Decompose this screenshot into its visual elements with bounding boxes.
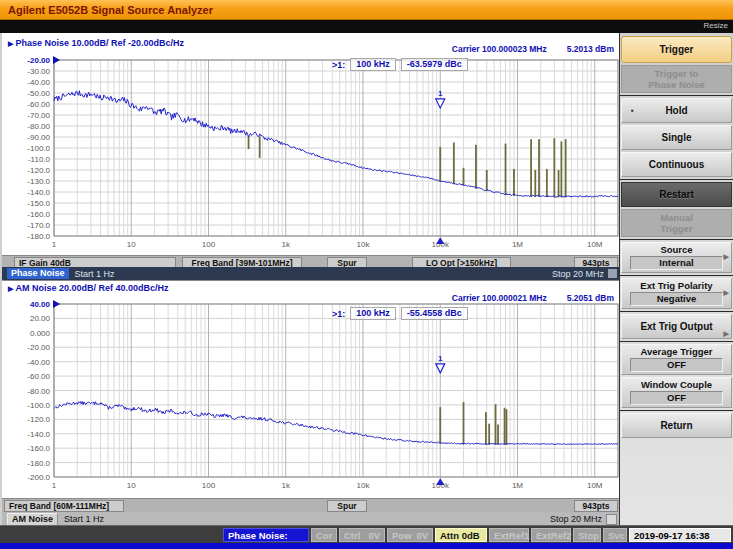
svg-text:-100.0: -100.0 xyxy=(27,144,50,153)
svg-text:10: 10 xyxy=(127,481,136,490)
softkey-label: Ext Trig Polarity xyxy=(622,280,731,291)
phase-noise-scale-label: ▶Phase Noise 10.00dB/ Ref -20.00dBc/Hz xyxy=(8,38,184,48)
svg-text:1M: 1M xyxy=(512,481,523,490)
svg-text:-60.00: -60.00 xyxy=(27,100,50,109)
measurement-mode-badge[interactable]: AM Noise xyxy=(7,513,58,526)
svg-text:-180.0: -180.0 xyxy=(27,232,50,241)
measurement-mode-badge[interactable]: Phase Noise xyxy=(7,268,69,279)
measurement-settings-bar: Freq Band [60M-111MHz]Spur943pts xyxy=(2,498,619,513)
softkey-label: Phase Noise xyxy=(622,79,731,90)
status-item-stop: Stop xyxy=(573,528,601,542)
trace-arrow-icon: ▶ xyxy=(8,285,13,292)
softkey-value-internal: Internal xyxy=(630,256,723,270)
status-item-cor: Cor xyxy=(311,528,337,542)
svg-text:-60.00: -60.00 xyxy=(27,372,50,381)
status-item-value: 0V xyxy=(368,529,380,541)
softkey-label: Hold xyxy=(622,99,731,122)
start-frequency-label: Start 1 Hz xyxy=(75,269,115,279)
marker-readout: >1: 100 kHz -55.4558 dBc xyxy=(332,307,468,320)
softkey-return[interactable]: Return xyxy=(621,413,732,438)
svg-text:-120.0: -120.0 xyxy=(27,415,50,424)
svg-text:1: 1 xyxy=(52,481,57,490)
status-item-svc: Svc xyxy=(603,528,627,542)
softkey-continuous[interactable]: Continuous xyxy=(621,152,732,177)
svg-text:-170.0: -170.0 xyxy=(27,221,50,230)
softkey-value-negative: Negative xyxy=(630,292,723,306)
softkey-ext-trig-output[interactable]: Ext Trig Output▶ xyxy=(621,314,732,339)
svg-text:10k: 10k xyxy=(357,481,371,490)
annotation-freq-band-60m-111mhz: Freq Band [60M-111MHz] xyxy=(4,500,124,512)
status-item-label: Attn 0dB xyxy=(440,529,480,541)
softkey-separator xyxy=(620,275,733,276)
softkey-average-trigger[interactable]: Average TriggerOFF xyxy=(621,344,732,375)
carrier-readout: Carrier 100.000021 MHz5.2051 dBm xyxy=(452,293,614,303)
softkey-trigger-to-phase-noise: Trigger toPhase Noise xyxy=(621,65,732,93)
svg-text:-130.0: -130.0 xyxy=(27,177,50,186)
svg-text:-180.0: -180.0 xyxy=(27,459,50,468)
submenu-arrow-icon: ▶ xyxy=(724,253,729,261)
status-item-attn-0db[interactable]: Attn 0dB xyxy=(435,528,487,542)
status-item-label: Ctrl xyxy=(344,529,360,541)
annotation-spur: Spur xyxy=(327,500,367,512)
status-item-phase-noise-hold[interactable]: Phase Noise: Hold xyxy=(223,528,309,542)
softkey-hold[interactable]: ▪Hold xyxy=(621,98,732,123)
softkey-window-couple[interactable]: Window CoupleOFF xyxy=(621,377,732,408)
softkey-label: Trigger to xyxy=(622,68,731,79)
softkey-source[interactable]: SourceInternal▶ xyxy=(621,242,732,273)
status-item-label: Svc xyxy=(608,529,625,541)
stop-frequency-label: Stop 20 MHz xyxy=(552,269,604,279)
softkey-separator xyxy=(620,410,733,411)
svg-text:10M: 10M xyxy=(587,240,603,249)
softkey-label: Trigger xyxy=(622,37,731,62)
instrument-screen: Agilent E5052B Signal Source Analyzer Re… xyxy=(0,0,733,549)
marker-readout: >1: 100 kHz -63.5979 dBc xyxy=(332,58,468,71)
svg-text:10: 10 xyxy=(127,240,136,249)
softkey-label: Manual xyxy=(622,212,731,223)
softkey-manual-trigger: ManualTrigger xyxy=(621,209,732,237)
status-item-extref2: ExtRef2 xyxy=(531,528,571,542)
status-item-label: ExtRef2 xyxy=(536,529,571,541)
svg-text:-80.00: -80.00 xyxy=(27,122,50,131)
softkey-label: Average Trigger xyxy=(622,346,731,357)
phase-noise-panel: -20.00-30.00-40.00-50.00-60.00-70.00-80.… xyxy=(2,33,619,280)
softkey-separator xyxy=(620,179,733,180)
softkey-label: Source xyxy=(622,244,731,255)
svg-text:100: 100 xyxy=(202,240,216,249)
svg-text:40.00: 40.00 xyxy=(30,300,51,309)
softkey-separator xyxy=(620,341,733,342)
selected-bullet-icon: ▪ xyxy=(631,99,634,122)
trace-arrow-icon: ▶ xyxy=(8,40,13,47)
svg-text:-70.00: -70.00 xyxy=(27,111,50,120)
status-item-extref1: ExtRef1 xyxy=(489,528,529,542)
svg-text:-120.0: -120.0 xyxy=(27,166,50,175)
svg-text:1: 1 xyxy=(438,354,443,363)
svg-text:-50.00: -50.00 xyxy=(27,89,50,98)
carrier-readout: Carrier 100.000023 MHz5.2013 dBm xyxy=(452,44,614,54)
resize-button[interactable]: Resize xyxy=(704,21,728,30)
svg-text:-20.00: -20.00 xyxy=(27,343,50,352)
am-noise-chart: 40.0020.000.000-20.00-40.00-60.00-80.00-… xyxy=(2,281,619,526)
svg-text:0.000: 0.000 xyxy=(30,329,51,338)
svg-text:-40.00: -40.00 xyxy=(27,358,50,367)
start-frequency-label: Start 1 Hz xyxy=(64,514,104,524)
status-bar-nub xyxy=(606,514,617,525)
softkey-label: Continuous xyxy=(622,153,731,176)
status-item-2019-09-17-16-38[interactable]: 2019-09-17 16:38 xyxy=(629,528,731,542)
softkey-restart[interactable]: Restart xyxy=(621,182,732,207)
status-item-label: Pow xyxy=(392,529,412,541)
softkey-separator xyxy=(620,239,733,240)
svg-text:100: 100 xyxy=(202,481,216,490)
softkey-label: Window Couple xyxy=(622,379,731,390)
softkey-menu: TriggerTrigger toPhase Noise▪HoldSingleC… xyxy=(619,33,733,525)
am-noise-status-bar: AM Noise Start 1 Hz Stop 20 MHz xyxy=(2,512,619,526)
phase-noise-status-bar: Phase Noise Start 1 Hz Stop 20 MHz xyxy=(2,267,619,280)
svg-text:-200.0: -200.0 xyxy=(27,473,50,482)
status-item-label: 2019-09-17 16:38 xyxy=(634,529,710,541)
svg-text:-160.0: -160.0 xyxy=(27,444,50,453)
svg-text:-20.00: -20.00 xyxy=(27,56,50,65)
status-item-label: ExtRef1 xyxy=(494,529,529,541)
softkey-single[interactable]: Single xyxy=(621,125,732,150)
softkey-ext-trig-polarity[interactable]: Ext Trig PolarityNegative▶ xyxy=(621,278,732,309)
am-noise-panel: 40.0020.000.000-20.00-40.00-60.00-80.00-… xyxy=(2,280,619,526)
softkey-separator xyxy=(620,311,733,312)
